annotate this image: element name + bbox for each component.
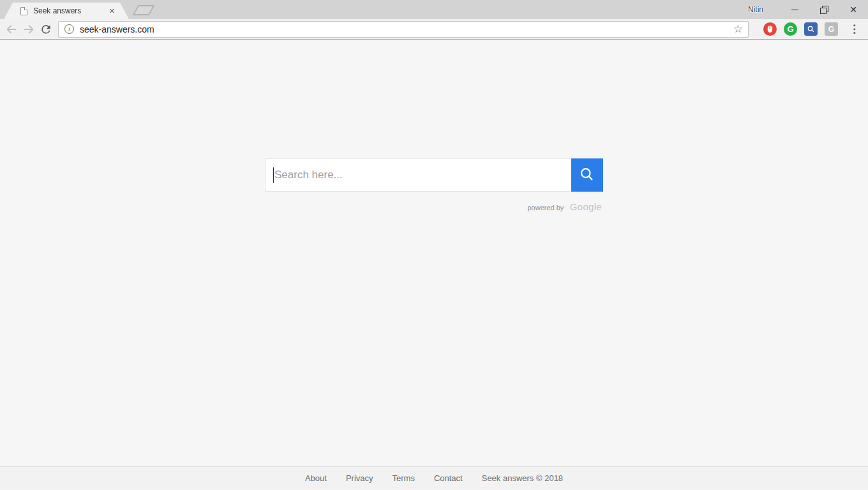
search-box [265,158,603,192]
chrome-menu-icon[interactable]: ⋮ [846,24,863,34]
tab-title: Seek answers [33,6,108,15]
minimize-button[interactable] [780,1,809,19]
browser-window: Seek answers ✕ Nitin ✕ i seek-answers.co… [0,0,868,490]
new-tab-button[interactable] [132,5,154,15]
grammarly-g-letter: G [787,24,793,34]
address-bar[interactable]: i seek-answers.com ☆ [58,21,749,38]
minimize-icon [791,10,798,10]
close-icon: ✕ [849,5,857,14]
grey-g-letter: G [828,25,834,34]
browser-tab[interactable]: Seek answers ✕ [4,3,129,19]
footer-link-privacy[interactable]: Privacy [346,473,373,483]
extension-hand-stop-icon[interactable] [763,22,777,36]
extension-g-grey-icon[interactable]: G [825,22,838,36]
hand-icon [766,25,774,33]
extensions-area: G G ⋮ [756,22,863,36]
powered-by: powered by Google [265,201,603,213]
footer-link-contact[interactable]: Contact [434,473,463,483]
close-button[interactable]: ✕ [839,1,868,19]
titlebar-controls: Nitin ✕ [748,0,868,19]
url-text[interactable]: seek-answers.com [80,24,732,34]
extension-search-icon[interactable] [804,22,818,36]
bookmark-star-icon[interactable]: ☆ [732,24,744,34]
restore-icon [820,6,828,14]
magnifier-icon [807,25,815,33]
footer: About Privacy Terms Contact Seek answers… [0,466,868,489]
reload-icon [40,23,52,36]
profile-name[interactable]: Nitin [748,5,763,14]
browser-toolbar: i seek-answers.com ☆ G G ⋮ [0,19,868,40]
back-button[interactable] [3,20,20,38]
search-input[interactable] [265,158,571,192]
restore-button[interactable] [809,1,839,19]
footer-copyright: Seek answers © 2018 [482,473,563,483]
tab-strip: Seek answers ✕ Nitin ✕ [0,0,868,19]
search-area: powered by Google [265,158,603,213]
forward-button[interactable] [20,20,37,38]
page-content: powered by Google About Privacy Terms Co… [0,40,868,489]
google-logo: Google [570,201,602,212]
forward-arrow-icon [22,22,36,36]
powered-by-text: powered by [528,204,564,211]
page-info-icon[interactable]: i [64,24,74,34]
reload-button[interactable] [37,20,54,38]
search-button[interactable] [571,158,603,192]
back-arrow-icon [4,22,19,36]
extension-grammarly-icon[interactable]: G [784,22,797,36]
footer-link-terms[interactable]: Terms [393,473,415,483]
search-magnifier-icon [578,165,597,185]
footer-link-about[interactable]: About [305,473,327,483]
tab-close-icon[interactable]: ✕ [108,6,116,16]
page-favicon-icon [20,7,27,15]
